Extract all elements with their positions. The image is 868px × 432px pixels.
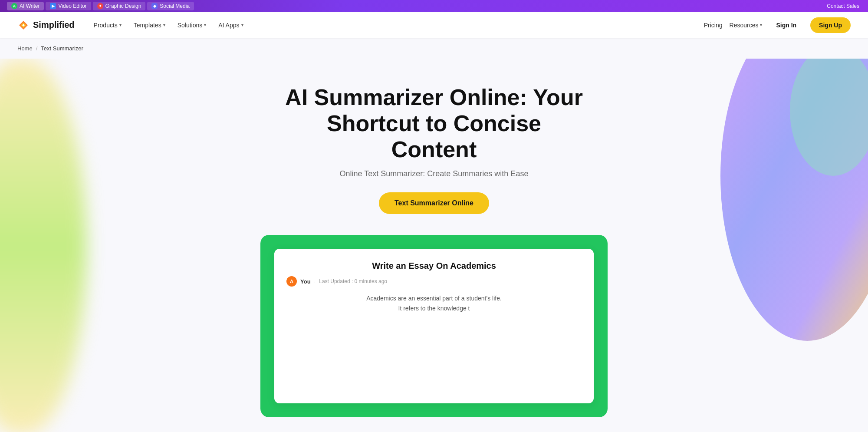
graphic-design-icon: ✦: [97, 3, 103, 9]
logo-icon: [17, 19, 30, 31]
breadcrumb-current: Text Summarizer: [41, 45, 83, 52]
demo-text-content: Academics are an essential part of a stu…: [286, 293, 582, 391]
top-bar: A AI Writer ▶ Video Editor ✦ Graphic Des…: [0, 0, 868, 12]
ai-writer-icon: A: [11, 3, 17, 9]
svg-point-0: [720, 59, 868, 341]
logo-text: Simplified: [33, 20, 75, 30]
nav-templates[interactable]: Templates ▾: [128, 18, 171, 32]
demo-avatar: A: [286, 276, 297, 287]
demo-text-line1: Academics are an essential part of a stu…: [286, 293, 582, 303]
resources-link[interactable]: Resources ▾: [730, 22, 763, 29]
nav-ai-apps-label: AI Apps: [218, 22, 239, 29]
topbar-video-editor-label: Video Editor: [58, 3, 86, 9]
demo-card-title: Write an Essay On Academics: [286, 261, 582, 271]
demo-text-line2: It refers to the knowledge t: [286, 303, 582, 313]
breadcrumb: Home / Text Summarizer: [0, 38, 868, 59]
navbar: Simplified Products ▾ Templates ▾ Soluti…: [0, 12, 868, 38]
topbar-graphic-design-label: Graphic Design: [105, 3, 141, 9]
demo-text-placeholder: [286, 313, 582, 391]
demo-area: Write an Essay On Academics A You · Last…: [260, 235, 608, 417]
solutions-chevron-icon: ▾: [204, 23, 206, 27]
templates-chevron-icon: ▾: [163, 23, 165, 27]
nav-right: Pricing Resources ▾ Sign In Sign Up: [704, 17, 851, 33]
cta-button[interactable]: Text Summarizer Online: [379, 192, 489, 214]
pricing-link[interactable]: Pricing: [704, 22, 723, 29]
video-editor-icon: ▶: [50, 3, 56, 9]
contact-sales-link[interactable]: Contact Sales: [827, 3, 859, 9]
nav-links: Products ▾ Templates ▾ Solutions ▾ AI Ap…: [89, 18, 704, 32]
topbar-social-media-label: Social Media: [160, 3, 190, 9]
breadcrumb-home[interactable]: Home: [17, 45, 33, 52]
nav-solutions-label: Solutions: [178, 22, 203, 29]
breadcrumb-separator: /: [36, 45, 38, 52]
demo-time: Last Updated : 0 minutes ago: [319, 278, 387, 284]
resources-label: Resources: [730, 22, 759, 29]
nav-ai-apps[interactable]: AI Apps ▾: [213, 18, 248, 32]
svg-point-1: [790, 59, 868, 176]
blob-right-decoration: [712, 59, 868, 350]
topbar-item-ai-writer[interactable]: A AI Writer: [7, 2, 44, 10]
ai-apps-chevron-icon: ▾: [241, 23, 243, 27]
products-chevron-icon: ▾: [119, 23, 122, 27]
topbar-item-social-media[interactable]: ◆ Social Media: [147, 2, 194, 10]
signin-button[interactable]: Sign In: [769, 18, 803, 32]
demo-user-label: You: [300, 278, 311, 285]
hero-title: AI Summarizer Online: Your Shortcut to C…: [282, 85, 586, 162]
topbar-ai-writer-label: AI Writer: [20, 3, 39, 9]
resources-chevron-icon: ▾: [760, 23, 762, 27]
topbar-item-video-editor[interactable]: ▶ Video Editor: [46, 2, 91, 10]
nav-solutions[interactable]: Solutions ▾: [172, 18, 212, 32]
nav-templates-label: Templates: [134, 22, 161, 29]
nav-products-label: Products: [94, 22, 118, 29]
social-media-icon: ◆: [151, 3, 158, 9]
hero-section: AI Summarizer Online: Your Shortcut to C…: [0, 59, 868, 432]
demo-dot: ·: [314, 278, 316, 285]
demo-card: Write an Essay On Academics A You · Last…: [274, 249, 594, 403]
hero-subtitle: Online Text Summarizer: Create Summaries…: [17, 169, 851, 178]
logo[interactable]: Simplified: [17, 19, 75, 31]
blob-left-decoration: [0, 59, 87, 432]
nav-products[interactable]: Products ▾: [89, 18, 127, 32]
topbar-item-graphic-design[interactable]: ✦ Graphic Design: [93, 2, 146, 10]
demo-card-meta: A You · Last Updated : 0 minutes ago: [286, 276, 582, 287]
signup-button[interactable]: Sign Up: [810, 17, 851, 33]
